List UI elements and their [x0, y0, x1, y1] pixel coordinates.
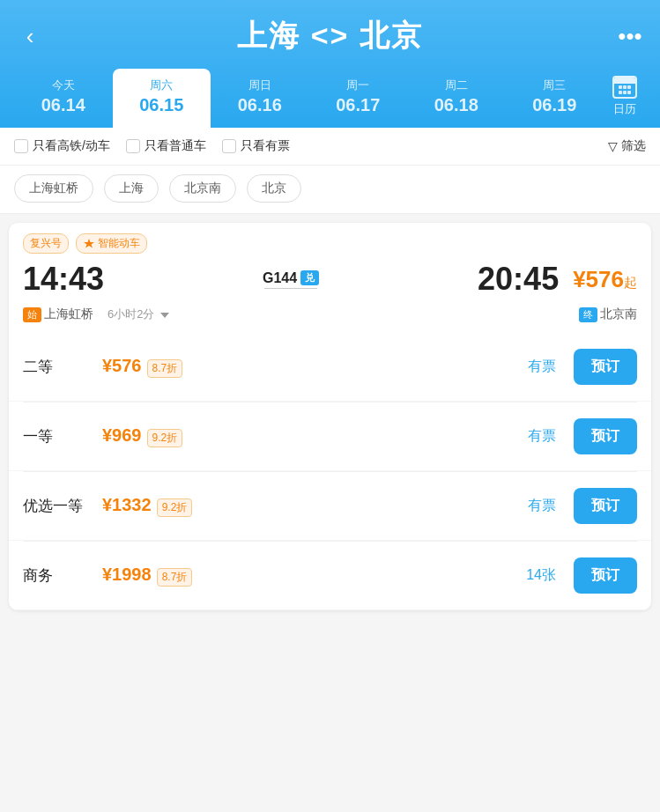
seat-class: 优选一等 — [23, 496, 102, 516]
book-button[interactable]: 预订 — [574, 488, 637, 524]
date-tab-0614[interactable]: 今天06.14 — [14, 69, 113, 128]
train-middle: G144 兑 — [129, 270, 453, 289]
filter-checkbox[interactable] — [14, 139, 28, 153]
filter-bar: 只看高铁/动车只看普通车只看有票▽筛选 — [0, 128, 660, 166]
seat-rows: 二等 ¥576 8.7折 有票 预订 一等 ¥969 9.2折 有票 预订 优选… — [9, 333, 651, 610]
back-button[interactable]: ‹ — [14, 23, 46, 50]
filter-item[interactable]: 只看普通车 — [126, 138, 206, 154]
badge-smart: 智能动车 — [76, 233, 147, 254]
seat-discount: 9.2折 — [147, 429, 183, 447]
station-tab[interactable]: 上海虹桥 — [14, 174, 93, 203]
filter-button[interactable]: ▽筛选 — [608, 138, 646, 154]
seat-class: 一等 — [23, 426, 102, 447]
seat-class: 二等 — [23, 357, 102, 377]
more-button[interactable]: ••• — [614, 23, 646, 50]
page-title: 上海 <> 北京 — [237, 16, 423, 56]
funnel-icon: ▽ — [608, 139, 618, 153]
price-suffix: 起 — [624, 275, 637, 292]
date-tab-0617[interactable]: 周一06.17 — [309, 69, 408, 128]
date-tab-0618[interactable]: 周二06.18 — [407, 69, 506, 128]
book-button[interactable]: 预订 — [574, 418, 637, 454]
date-tab-0616[interactable]: 周日06.16 — [211, 69, 309, 128]
end-tag: 终 — [579, 307, 597, 322]
header: ‹ 上海 <> 北京 ••• 今天06.14周六06.15周日06.16周一06… — [0, 0, 660, 128]
seat-row: 二等 ¥576 8.7折 有票 预订 — [9, 333, 651, 402]
seat-availability: 14张 — [526, 566, 556, 585]
date-tabs: 今天06.14周六06.15周日06.16周一06.17周二06.18周三06.… — [14, 69, 646, 128]
train-sub-row: 始 上海虹桥 6小时2分 终 北京南 — [9, 306, 651, 333]
station-tab[interactable]: 北京南 — [169, 174, 236, 203]
badge-fuxing: 复兴号 — [23, 233, 69, 254]
duration-line — [264, 288, 317, 289]
calendar-tab[interactable]: 日历 — [604, 69, 646, 128]
start-tag: 始 — [23, 307, 41, 322]
seat-price: ¥576 — [102, 356, 142, 376]
date-tab-0615[interactable]: 周六06.15 — [113, 69, 211, 128]
arrive-station-tag: 终 北京南 — [579, 306, 637, 322]
seat-price: ¥969 — [102, 425, 142, 446]
seat-discount: 8.7折 — [157, 568, 193, 587]
smart-icon — [83, 238, 95, 250]
seat-availability: 有票 — [528, 358, 556, 376]
date-tab-0619[interactable]: 周三06.19 — [506, 69, 604, 128]
seat-price-block: ¥969 9.2折 — [102, 425, 182, 447]
arrive-time: 20:45 — [453, 261, 559, 298]
seat-price-block: ¥1332 9.2折 — [102, 495, 192, 517]
station-tabs: 上海虹桥上海北京南北京 — [0, 166, 660, 214]
seat-row: 一等 ¥969 9.2折 有票 预订 — [9, 402, 651, 471]
train-card-header: 复兴号 智能动车 — [9, 223, 651, 261]
depart-station-tag: 始 上海虹桥 — [23, 306, 93, 322]
filter-checkbox[interactable] — [126, 139, 140, 153]
seat-availability: 有票 — [528, 427, 556, 446]
filter-item[interactable]: 只看有票 — [222, 138, 290, 154]
seat-discount: 9.2折 — [157, 498, 193, 517]
seat-row: 优选一等 ¥1332 9.2折 有票 预订 — [9, 472, 651, 541]
book-button[interactable]: 预订 — [574, 349, 637, 385]
station-tab[interactable]: 北京 — [247, 174, 301, 203]
seat-availability: 有票 — [528, 497, 556, 515]
depart-time: 14:43 — [23, 261, 129, 298]
seat-class: 商务 — [23, 565, 102, 586]
exchange-badge: 兑 — [300, 270, 319, 285]
train-number: G144 兑 — [263, 270, 319, 286]
train-main-row: 14:43 G144 兑 20:45 ¥576 起 — [9, 261, 651, 306]
header-top: ‹ 上海 <> 北京 ••• — [14, 16, 646, 56]
seat-row: 商务 ¥1998 8.7折 14张 预订 — [9, 542, 651, 610]
seat-price: ¥1332 — [102, 495, 152, 515]
seat-price-block: ¥576 8.7折 — [102, 356, 182, 378]
train-duration-indicator — [264, 288, 317, 289]
seat-price: ¥1998 — [102, 565, 152, 585]
filter-checkbox[interactable] — [222, 139, 236, 153]
chevron-down-icon[interactable] — [160, 313, 169, 318]
train-price: ¥576 — [573, 266, 624, 293]
station-tab[interactable]: 上海 — [104, 174, 159, 203]
seat-price-block: ¥1998 8.7折 — [102, 565, 192, 587]
train-card: 复兴号 智能动车 14:43 G144 兑 20:45 ¥576 起 始 — [9, 223, 651, 610]
calendar-icon — [612, 76, 637, 99]
book-button[interactable]: 预订 — [574, 557, 637, 594]
filter-item[interactable]: 只看高铁/动车 — [14, 138, 110, 154]
train-price-block: ¥576 起 — [573, 266, 637, 293]
duration-text: 6小时2分 — [108, 306, 169, 322]
seat-discount: 8.7折 — [147, 359, 183, 378]
